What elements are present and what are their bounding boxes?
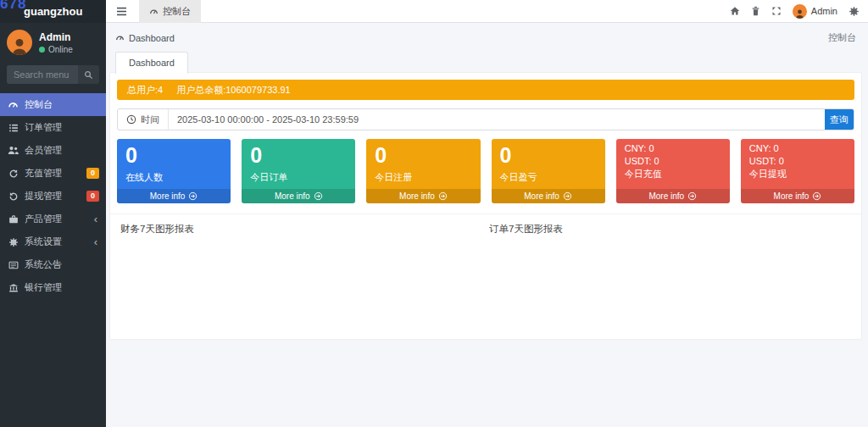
arrow-circle-right-icon [314, 191, 323, 201]
list-icon [8, 122, 19, 133]
date-range-input[interactable] [169, 109, 825, 130]
sidebar-item-label: 产品管理 [25, 213, 62, 225]
sidebar-item-products[interactable]: 产品管理 ‹ [0, 208, 106, 230]
cogs-icon [849, 6, 860, 17]
sidebar-item-withdraw[interactable]: 提现管理 0 [0, 185, 106, 208]
more-info-label: More info [648, 191, 684, 201]
withdrawal-cny-value: CNY: 0 [749, 142, 846, 155]
sidebar-item-announcements[interactable]: 系统公告 [0, 253, 106, 276]
bank-icon [8, 282, 19, 293]
tachometer-icon [8, 99, 19, 110]
sidebar-item-dashboard[interactable]: 控制台 [0, 93, 106, 116]
today-orders-value: 0 [250, 142, 347, 168]
total-users-text: 总用户:4 [127, 84, 163, 97]
arrow-circle-right-icon [687, 191, 697, 201]
info-box-body: 0 今日注册 [366, 139, 480, 187]
sidebar-item-orders[interactable]: 订单管理 [0, 116, 106, 139]
content-wrapper: Dashboard 控制台 Dashboard 总用户:4 用户总余额:1060… [106, 23, 868, 339]
brand[interactable]: 678 guangzhou [0, 0, 106, 23]
total-balance-text: 用户总余额:1060079733.91 [176, 84, 291, 97]
sidebar-item-banks[interactable]: 银行管理 [0, 276, 106, 299]
today-registrations-label: 今日注册 [375, 171, 471, 184]
orders-chart-title: 订单7天图形报表 [489, 223, 851, 236]
query-button[interactable]: 查询 [825, 109, 854, 130]
sidebar-item-label: 会员管理 [25, 144, 62, 157]
info-box-online-users: 0 在线人数 More info [117, 139, 231, 203]
users-icon [8, 145, 19, 156]
chevron-left-icon: ‹ [94, 236, 97, 247]
clear-cache-button[interactable] [751, 6, 760, 16]
orders-chart-area [489, 236, 851, 327]
info-box-body: 0 今日盈亏 [492, 139, 605, 187]
time-filter-label-text: 时间 [141, 114, 159, 126]
today-recharge-label: 今日充值 [625, 168, 721, 180]
sidebar-item-label: 充值管理 [25, 167, 62, 180]
person-icon [9, 36, 30, 55]
expand-icon [771, 6, 782, 16]
info-box-body: CNY: 0 USDT: 0 今日充值 [616, 139, 730, 184]
brand-name: guangzhou [24, 5, 82, 18]
more-info-label: More info [399, 191, 435, 201]
sidebar-item-recharge[interactable]: 充值管理 0 [0, 162, 106, 185]
user-status-label: Online [48, 45, 73, 54]
hamburger-icon [116, 7, 127, 16]
more-info-label: More info [275, 191, 310, 201]
sidebar-item-label: 订单管理 [25, 121, 62, 134]
brand-prefix-logo: 678 [0, 0, 26, 13]
user-menu[interactable]: Admin [793, 4, 837, 19]
today-profit-loss-value: 0 [500, 142, 597, 168]
sync-icon [8, 191, 19, 202]
avatar [793, 4, 807, 19]
sidebar-nav: 控制台 订单管理 会员管理 充值管理 0 提现管理 0 产品管理 ‹ 系统设置 [0, 89, 106, 299]
user-name: Admin [39, 31, 73, 43]
search-button[interactable] [78, 65, 99, 84]
fullscreen-button[interactable] [771, 6, 782, 16]
navbar-right: Admin [730, 4, 868, 19]
more-info-link[interactable]: More info [117, 189, 231, 203]
more-info-link[interactable]: More info [741, 189, 854, 203]
breadcrumb: Dashboard 控制台 [110, 27, 861, 52]
tab-dashboard[interactable]: Dashboard [115, 52, 188, 74]
trash-icon [751, 6, 760, 16]
breadcrumb-left[interactable]: Dashboard [115, 33, 175, 43]
sidebar-item-label: 系统公告 [25, 258, 62, 271]
info-box-today-orders: 0 今日订单 More info [242, 139, 355, 203]
info-box-today-recharge: CNY: 0 USDT: 0 今日充值 More info [616, 139, 730, 203]
time-filter: 时间 查询 [117, 108, 854, 130]
search-icon [84, 70, 93, 80]
sidebar-toggle-button[interactable] [113, 7, 131, 16]
more-info-link[interactable]: More info [366, 189, 480, 203]
more-info-link[interactable]: More info [242, 189, 355, 203]
section-divider [110, 214, 861, 214]
orders-chart-column: 订单7天图形报表 [486, 223, 854, 327]
navbar-tab-dashboard[interactable]: 控制台 [139, 0, 201, 23]
home-button[interactable] [730, 6, 740, 16]
info-boxes: 0 在线人数 More info 0 今日订单 More info [117, 139, 854, 203]
arrow-circle-right-icon [563, 191, 572, 201]
sidebar-item-members[interactable]: 会员管理 [0, 139, 106, 162]
sidebar-search [7, 65, 99, 84]
charts-section: 财务7天图形报表 订单7天图形报表 [117, 223, 854, 327]
sidebar: 678 guangzhou Admin Online 控制台 订单管理 [0, 0, 106, 427]
info-box-body: 0 在线人数 [117, 139, 231, 187]
newspaper-icon [8, 259, 19, 270]
briefcase-icon [8, 214, 19, 225]
info-box-today-withdrawal: CNY: 0 USDT: 0 今日提现 More info [741, 139, 854, 203]
search-input[interactable] [7, 65, 78, 84]
recharge-usdt-value: USDT: 0 [625, 155, 721, 168]
sync-icon [8, 168, 19, 179]
more-info-label: More info [524, 191, 559, 201]
more-info-link[interactable]: More info [492, 189, 605, 203]
online-dot-icon [39, 47, 45, 53]
cogs-icon [8, 236, 19, 247]
breadcrumb-label: Dashboard [129, 33, 175, 43]
withdraw-badge: 0 [86, 191, 99, 202]
more-info-link[interactable]: More info [616, 189, 730, 203]
sidebar-item-label: 系统设置 [25, 236, 62, 248]
navbar-tab-label: 控制台 [163, 5, 191, 18]
online-users-label: 在线人数 [125, 171, 222, 184]
tabs-bar: Dashboard [110, 52, 861, 73]
control-sidebar-button[interactable] [849, 6, 860, 17]
sidebar-item-settings[interactable]: 系统设置 ‹ [0, 230, 106, 253]
avatar[interactable] [7, 30, 32, 55]
